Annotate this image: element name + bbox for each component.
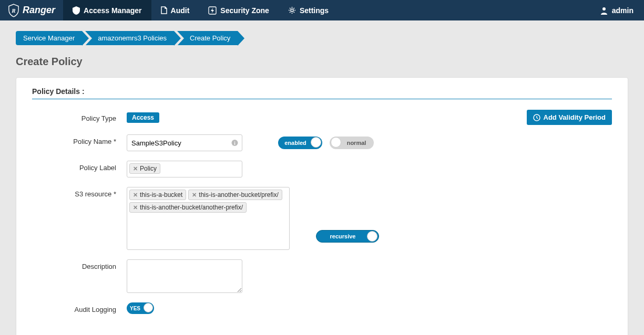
crumb-policies[interactable]: amazonemrs3 Policies bbox=[85, 31, 174, 45]
brand-name: Ranger bbox=[23, 5, 55, 16]
label-s3-resource: S3 resource * bbox=[32, 187, 127, 198]
label-policy-name: Policy Name * bbox=[32, 134, 127, 145]
s3-resource-tag[interactable]: ✕this-is-another-bucket/prefix/ bbox=[188, 190, 282, 200]
policy-type-badge: Access bbox=[127, 112, 159, 123]
nav-label: Access Manager bbox=[84, 6, 142, 15]
svg-point-2 bbox=[291, 9, 293, 12]
label-description: Description bbox=[32, 259, 127, 270]
tag-remove-icon[interactable]: ✕ bbox=[133, 204, 138, 211]
gear-icon bbox=[288, 6, 296, 14]
crumb-service-manager[interactable]: Service Manager bbox=[16, 31, 82, 45]
policy-label-tag[interactable]: ✕Policy bbox=[129, 163, 160, 174]
nav-audit[interactable]: Audit bbox=[151, 0, 199, 20]
svg-text:R: R bbox=[11, 7, 15, 13]
clock-icon bbox=[533, 114, 540, 121]
svg-point-3 bbox=[602, 7, 606, 11]
audit-logging-toggle[interactable]: YES bbox=[127, 302, 154, 314]
nav-settings[interactable]: Settings bbox=[279, 0, 338, 20]
button-label: Add Validity Period bbox=[544, 113, 606, 121]
policy-name-input[interactable] bbox=[127, 134, 242, 151]
shield-icon bbox=[73, 6, 80, 15]
top-navbar: R Ranger Access Manager Audit Security Z… bbox=[0, 0, 644, 20]
toggle-label: YES bbox=[127, 306, 140, 311]
nav-security-zone[interactable]: Security Zone bbox=[199, 0, 279, 20]
tag-remove-icon[interactable]: ✕ bbox=[192, 192, 197, 198]
toggle-knob bbox=[367, 231, 377, 242]
label-policy-label: Policy Label bbox=[32, 161, 127, 172]
info-icon[interactable]: i bbox=[231, 140, 238, 146]
override-toggle[interactable]: normal bbox=[330, 137, 374, 149]
user-icon bbox=[600, 6, 608, 15]
nav-label: Settings bbox=[300, 6, 329, 15]
policy-panel: Policy Details : Policy Type Access Add … bbox=[16, 77, 628, 335]
svg-text:i: i bbox=[234, 141, 236, 146]
nav-access-manager[interactable]: Access Manager bbox=[63, 0, 151, 20]
toggle-knob bbox=[311, 137, 321, 148]
label-policy-type: Policy Type bbox=[32, 113, 127, 122]
file-icon bbox=[161, 6, 167, 14]
nav-label: Audit bbox=[171, 6, 190, 15]
nav-label: Security Zone bbox=[220, 6, 269, 15]
description-textarea[interactable] bbox=[127, 259, 242, 293]
add-validity-period-button[interactable]: Add Validity Period bbox=[527, 110, 612, 125]
tag-remove-icon[interactable]: ✕ bbox=[133, 165, 138, 172]
toggle-knob bbox=[331, 137, 341, 148]
nav-user[interactable]: admin bbox=[589, 6, 644, 15]
page-title: Create Policy bbox=[16, 56, 628, 68]
user-name: admin bbox=[612, 6, 633, 15]
bolt-icon bbox=[208, 6, 217, 15]
toggle-knob bbox=[144, 303, 153, 312]
s3-resource-tag[interactable]: ✕this-is-another-bucket/another-prefix/ bbox=[129, 202, 247, 213]
crumb-create-policy[interactable]: Create Policy bbox=[177, 31, 238, 45]
section-title: Policy Details : bbox=[32, 87, 612, 99]
ranger-shield-icon: R bbox=[8, 4, 19, 17]
policy-label-input[interactable]: ✕Policy bbox=[127, 161, 242, 177]
breadcrumb: Service Manager amazonemrs3 Policies Cre… bbox=[16, 31, 628, 45]
s3-resource-tag[interactable]: ✕this-is-a-bucket bbox=[129, 190, 186, 200]
label-audit-logging: Audit Logging bbox=[32, 302, 127, 313]
recursive-toggle[interactable]: recursive bbox=[316, 230, 379, 243]
brand-logo[interactable]: R Ranger bbox=[0, 4, 63, 17]
tag-remove-icon[interactable]: ✕ bbox=[133, 192, 138, 198]
enabled-toggle[interactable]: enabled bbox=[278, 137, 322, 149]
s3-resource-input[interactable]: ✕this-is-a-bucket ✕this-is-another-bucke… bbox=[127, 187, 290, 250]
